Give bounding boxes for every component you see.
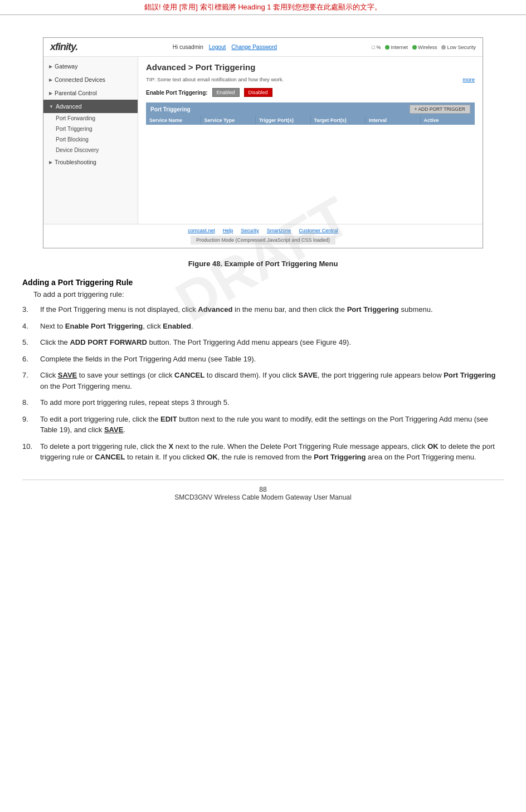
sidebar-connected-devices-label: Connected Devices (55, 76, 105, 83)
step-8-num: 8. (22, 397, 40, 408)
step10-x-bold: X (169, 442, 174, 451)
col-service-type: Service Type (201, 116, 256, 125)
footer-comcast-link[interactable]: comcast.net (188, 228, 215, 233)
step7-save-bold: SAVE (58, 371, 77, 379)
xfinity-logo: xfinity. (50, 41, 77, 53)
logout-link[interactable]: Logout (209, 44, 226, 50)
status-low-security: Low Security (441, 45, 476, 50)
disabled-button[interactable]: Disabled (244, 88, 272, 97)
col-target-ports: Target Port(s) (311, 116, 366, 125)
sidebar-gateway-label: Gateway (55, 63, 77, 70)
section-heading-adding: Adding a Port Triggering Rule (22, 278, 504, 287)
step-7-text: Click SAVE to save your settings (or cli… (40, 370, 504, 392)
step-8-text: To add more port triggering rules, repea… (40, 397, 504, 408)
step-10-text: To delete a port triggering rule, click … (40, 441, 504, 463)
step7-port-triggering-bold: Port Triggering (444, 371, 495, 379)
router-footer: comcast.net Help Security Smartzone Cust… (43, 224, 483, 248)
connected-devices-arrow-icon: ▶ (49, 77, 52, 82)
step10-port-triggering-bold: Port Triggering (314, 453, 366, 461)
step-8: 8. To add more port triggering rules, re… (22, 397, 504, 408)
hi-user: Hi cusadmin (173, 44, 203, 50)
tip-more-link[interactable]: more (462, 76, 475, 82)
section-title: Port Triggering (150, 106, 191, 112)
step7-cancel-bold: CANCEL (174, 371, 204, 379)
footer-text: SMCD3GNV Wireless Cable Modem Gateway Us… (22, 493, 504, 501)
step-6-num: 6. (22, 354, 40, 365)
status-internet: Internet (385, 45, 408, 50)
step-10-num: 10. (22, 441, 40, 463)
col-active: Active (421, 116, 475, 125)
change-password-link[interactable]: Change Password (231, 44, 277, 50)
security-dot (441, 45, 446, 50)
step10-cancel-bold: CANCEL (95, 453, 125, 461)
step-list: 3. If the Port Triggering menu is not di… (22, 304, 504, 463)
footer-customer-central-link[interactable]: Customer Central (299, 228, 338, 233)
tip-box: more TIP: Some text about email notifica… (146, 76, 475, 82)
step-6-text: Complete the fields in the Port Triggeri… (40, 354, 504, 365)
internet-dot (385, 45, 389, 50)
step3-advanced-bold: Advanced (198, 305, 232, 314)
step-7: 7. Click SAVE to save your settings (or … (22, 370, 504, 392)
advanced-arrow-icon: ▼ (49, 104, 53, 109)
sidebar-item-troubleshooting[interactable]: ▶ Troubleshooting (43, 155, 138, 169)
footer-smartzone-link[interactable]: Smartzone (267, 228, 291, 233)
col-interval: Interval (366, 116, 421, 125)
footer-security-link[interactable]: Security (241, 228, 259, 233)
step-3-text: If the Port Triggering menu is not displ… (40, 304, 504, 315)
page-title: Advanced > Port Triggering (146, 62, 475, 72)
sidebar-parental-control-label: Parental Control (55, 90, 97, 96)
troubleshooting-arrow-icon: ▶ (49, 160, 52, 165)
sidebar-item-advanced[interactable]: ▼ Advanced (43, 100, 138, 113)
step-9: 9. To edit a port triggering rule, click… (22, 414, 504, 436)
wireless-dot (412, 45, 417, 50)
tip-text: TIP: Some text about email notification … (146, 76, 284, 82)
sidebar-item-gateway[interactable]: ▶ Gateway (43, 60, 138, 73)
enabled-button[interactable]: Enabled (212, 88, 240, 97)
step-5-text: Click the ADD PORT FORWARD button. The P… (40, 337, 504, 348)
error-header: 錯誤! 使用 [常用] 索引標籤將 Heading 1 套用到您想要在此處顯示的… (0, 0, 526, 15)
footer-mode: Production Mode (Compressed JavaScript a… (191, 236, 335, 244)
step-9-text: To edit a port triggering rule, click th… (40, 414, 504, 436)
sidebar-advanced-label: Advanced (56, 103, 82, 110)
figure-caption: Figure 48. Example of Port Triggering Me… (22, 260, 504, 268)
status-items: □ % Internet Wireless Low Security (372, 45, 476, 50)
error-text: 錯誤! 使用 [常用] 索引標籤將 Heading 1 套用到您想要在此處顯示的… (144, 3, 382, 11)
enable-port-triggering-label: Enable Port Triggering: (146, 90, 208, 96)
footer-help-link[interactable]: Help (223, 228, 233, 233)
step-10: 10. To delete a port triggering rule, cl… (22, 441, 504, 463)
header-right: Hi cusadmin Logout Change Password (173, 44, 277, 50)
router-ui: xfinity. Hi cusadmin Logout Change Passw… (43, 38, 483, 248)
sidebar-subitem-port-blocking[interactable]: Port Blocking (43, 134, 138, 145)
col-trigger-ports: Trigger Port(s) (256, 116, 311, 125)
page-number: 88 (22, 486, 504, 493)
step9-edit-bold: EDIT (160, 415, 177, 423)
step9-save-bold: SAVE (104, 425, 123, 434)
step-3: 3. If the Port Triggering menu is not di… (22, 304, 504, 315)
router-body: ▶ Gateway ▶ Connected Devices ▶ Parental… (43, 57, 483, 224)
sidebar-subitem-port-triggering[interactable]: Port Triggering (43, 124, 138, 134)
step4-enable-bold: Enable Port Triggering (65, 322, 143, 330)
step4-enabled-bold: Enabled (163, 322, 191, 330)
sidebar-subitem-port-forwarding[interactable]: Port Forwarding (43, 113, 138, 124)
gateway-arrow-icon: ▶ (49, 64, 52, 69)
sidebar-subitem-device-discovery[interactable]: Device Discovery (43, 145, 138, 155)
sidebar: ▶ Gateway ▶ Connected Devices ▶ Parental… (43, 57, 138, 224)
step-5-num: 5. (22, 337, 40, 348)
screenshot-box: xfinity. Hi cusadmin Logout Change Passw… (43, 37, 483, 248)
footer-links: comcast.net Help Security Smartzone Cust… (49, 228, 477, 233)
section-header: Port Triggering + ADD PORT TRIGGER (146, 102, 475, 116)
intro-text: To add a port triggering rule: (33, 290, 504, 299)
main-area: Advanced > Port Triggering more TIP: Som… (138, 57, 483, 224)
step-6: 6. Complete the fields in the Port Trigg… (22, 354, 504, 365)
page-footer: 88 SMCD3GNV Wireless Cable Modem Gateway… (22, 480, 504, 501)
status-wireless: Wireless (412, 45, 437, 50)
sidebar-item-parental-control[interactable]: ▶ Parental Control (43, 86, 138, 100)
step-4-text: Next to Enable Port Triggering, click En… (40, 321, 504, 332)
table-header: Service Name Service Type Trigger Port(s… (146, 116, 475, 125)
add-port-trigger-button[interactable]: + ADD PORT TRIGGER (410, 105, 470, 114)
step-7-num: 7. (22, 370, 40, 392)
step5-add-bold: ADD PORT FORWARD (70, 338, 147, 346)
sidebar-item-connected-devices[interactable]: ▶ Connected Devices (43, 73, 138, 86)
sidebar-troubleshooting-label: Troubleshooting (55, 159, 96, 165)
step7-save2-bold: SAVE (299, 371, 318, 379)
